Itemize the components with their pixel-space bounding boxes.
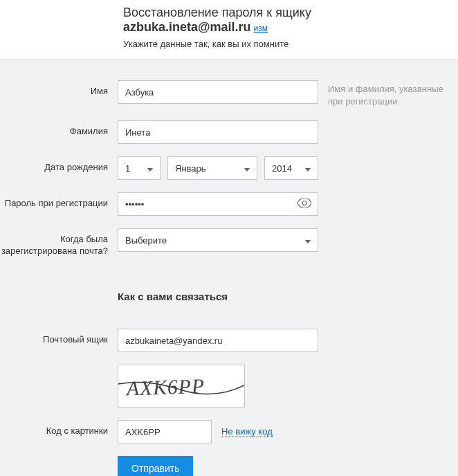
svg-point-0 — [302, 201, 306, 205]
subtitle: Укажите данные так, как вы их помните — [123, 39, 458, 49]
chevron-down-icon — [147, 163, 153, 174]
year-select[interactable]: 2014 — [264, 156, 318, 180]
month-select[interactable]: Январь — [167, 156, 257, 180]
label-when-registered: Когда была зарегистрирована почта? — [0, 228, 118, 257]
when-registered-value: Выберите — [125, 235, 167, 246]
chevron-down-icon — [305, 163, 311, 174]
eye-icon[interactable] — [297, 199, 311, 210]
label-mailbox: Почтовый ящик — [0, 329, 118, 346]
label-birthdate: Дата рождения — [0, 156, 118, 174]
title-email: azbuka.ineta@mail.ru — [123, 20, 251, 34]
title-prefix: Восстановление пароля к ящику — [123, 6, 311, 19]
change-link[interactable]: изм — [254, 24, 268, 33]
day-value: 1 — [125, 163, 130, 174]
day-select[interactable]: 1 — [118, 156, 161, 180]
mailbox-input[interactable] — [118, 329, 318, 352]
page-title: Восстановление пароля к ящику azbuka.ine… — [123, 6, 458, 35]
surname-input[interactable] — [118, 120, 318, 144]
captcha-text: AXK6PP — [125, 375, 205, 400]
label-name: Имя — [0, 80, 118, 98]
when-registered-select[interactable]: Выберите — [118, 228, 318, 252]
label-surname: Фамилия — [0, 120, 118, 138]
label-captcha: Код с картинки — [0, 420, 118, 437]
month-value: Январь — [175, 163, 206, 174]
name-input[interactable] — [118, 80, 318, 104]
form-area: Имя Имя и фамилия, указанные при регистр… — [0, 60, 458, 476]
year-value: 2014 — [272, 163, 292, 174]
hint-name: Имя и фамилия, указанные при регистрации — [318, 80, 446, 108]
section-contact-title: Как с вами связаться — [118, 291, 318, 302]
label-password: Пароль при регистрации — [0, 192, 118, 210]
captcha-image: AXK6PP — [118, 365, 245, 408]
submit-button[interactable]: Отправить — [118, 456, 193, 476]
chevron-down-icon — [305, 235, 311, 246]
password-input[interactable] — [118, 192, 318, 216]
captcha-input[interactable] — [118, 420, 212, 443]
cant-see-link[interactable]: Не вижу код — [221, 426, 273, 437]
chevron-down-icon — [244, 163, 250, 174]
header: Восстановление пароля к ящику azbuka.ine… — [0, 0, 458, 60]
